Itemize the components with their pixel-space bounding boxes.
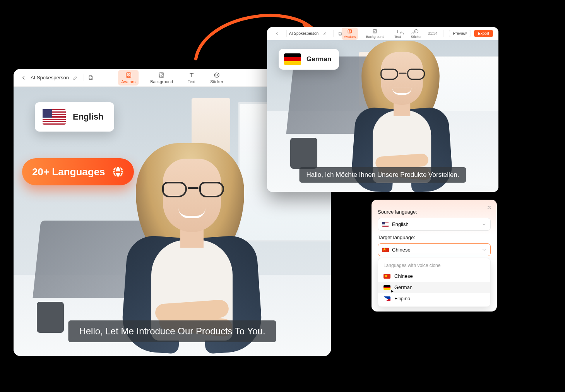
svg-point-14 [417,31,417,31]
background-icon [372,29,378,34]
language-option-german[interactable]: German [378,282,490,293]
tab-text[interactable]: Text [392,27,403,40]
preview-button[interactable]: Preview [449,30,471,37]
back-button[interactable] [272,29,282,38]
target-language-select[interactable]: Chinese [378,243,491,256]
tab-label: Text [188,79,195,84]
editor-window-target: AI Spokesperson Avatars Background Text [267,27,498,192]
select-value: English [392,221,409,227]
svg-point-10 [349,30,351,31]
editor-tabs: Avatars Background Text Sticker [342,27,424,40]
text-icon [395,29,400,34]
avatar-icon [347,29,353,34]
toolbar-divider [443,30,443,37]
cn-flag-icon [384,274,390,279]
tab-label: Background [150,79,173,84]
back-button[interactable] [19,73,28,82]
chevron-down-icon [482,248,486,252]
target-language-label: Target language: [378,235,491,240]
option-label: Filipino [394,296,410,301]
option-label: German [394,284,413,290]
tab-label: Text [394,35,401,39]
source-language-label: Source language: [378,209,491,215]
bg-cup-shape [290,138,317,169]
tab-sticker[interactable]: Sticker [409,27,424,40]
tab-avatars[interactable]: Avatars [118,70,139,86]
svg-point-12 [414,29,418,33]
sticker-icon [413,29,419,34]
language-card-label: English [73,112,103,122]
cn-flag-icon [382,248,389,252]
project-title: AI Spokesperson [289,31,318,36]
toolbar-divider [84,74,84,81]
sticker-icon [213,72,220,79]
tab-background[interactable]: Background [363,27,387,40]
language-panel: Source language: English Target language… [372,200,497,312]
subtitle-target: Hallo, Ich Möchte Ihnen Unsere Produkte … [300,167,466,183]
background-icon [158,72,165,79]
globe-icon [111,164,125,179]
svg-point-3 [214,73,219,77]
tab-sticker[interactable]: Sticker [207,70,226,86]
us-flag-icon [382,222,389,227]
tab-label: Sticker [411,35,422,39]
close-button[interactable] [485,204,493,211]
svg-point-4 [216,74,216,75]
save-icon[interactable] [86,74,95,82]
languages-badge: 20+ Languages [22,158,134,185]
language-option-filipino[interactable]: Filipino [378,293,490,304]
tab-label: Background [366,35,384,39]
svg-point-5 [217,74,218,75]
tab-label: Avatars [344,35,356,39]
avatar-icon [125,72,132,79]
language-card-label: German [306,55,331,63]
tab-label: Avatars [121,79,135,84]
export-button[interactable]: Export [474,30,493,37]
target-language-dropdown: Languages with voice clone Chinese Germa… [378,258,491,307]
chevron-down-icon [482,222,486,227]
subtitle-source: Hello, Let Me Introduce Our Products To … [68,320,276,342]
source-language-select[interactable]: English [378,218,491,231]
language-option-chinese[interactable]: Chinese [378,270,490,282]
option-label: Chinese [394,273,413,279]
tab-text[interactable]: Text [185,70,199,86]
tab-label: Sticker [210,79,223,84]
tab-avatars[interactable]: Avatars [342,27,358,40]
toolbar-divider [286,30,287,37]
ph-flag-icon [384,296,390,301]
select-value: Chinese [392,247,411,253]
editor-canvas[interactable]: German Hallo, Ich Möchte Ihnen Unsere Pr… [267,40,498,192]
svg-point-13 [415,31,416,31]
us-flag-icon [43,109,66,125]
language-card-german: German [279,49,339,70]
project-title: AI Spokesperson [31,75,69,80]
rename-icon[interactable] [321,29,329,38]
editor-tabs: Avatars Background Text Sticker [118,70,226,86]
de-flag-icon [284,53,301,65]
bg-cup-shape [37,302,64,333]
dropdown-group-label: Languages with voice clone [378,261,490,270]
svg-point-1 [128,74,129,75]
toolbar-divider [333,30,334,37]
de-flag-icon [384,285,390,290]
avatar-figure [101,116,279,356]
rename-icon[interactable] [71,74,80,82]
language-card-english: English [35,102,114,132]
text-icon [188,72,195,79]
duration-label: 01:34 [428,31,437,36]
tab-background[interactable]: Background [147,70,176,86]
editor-toolbar: AI Spokesperson Avatars Background Text [267,27,498,40]
badge-text: 20+ Languages [32,166,105,178]
